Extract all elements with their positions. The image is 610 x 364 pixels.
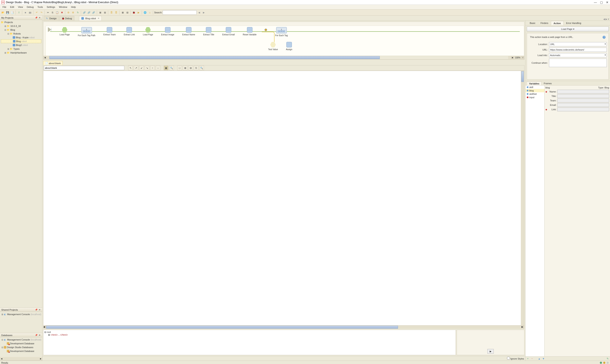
var-item-skill[interactable]: skill: [526, 86, 544, 89]
maximize-button[interactable]: ▢: [600, 1, 603, 4]
nav-btn-2[interactable]: ↗: [134, 65, 138, 70]
tab-nav-list-icon[interactable]: ▿: [608, 18, 609, 21]
scroll-left-icon[interactable]: ◀: [43, 56, 46, 59]
tab-frames[interactable]: Frames: [542, 81, 554, 85]
pin-icon[interactable]: 📌: [35, 16, 38, 19]
pause-icon[interactable]: ▮▮: [28, 10, 32, 15]
nav-btn-4[interactable]: ↘: [145, 65, 149, 70]
flow-extract-link[interactable]: Extract Link: [124, 27, 135, 36]
menu-help[interactable]: Help: [69, 5, 78, 9]
open-icon[interactable]: 📂: [1, 10, 5, 15]
tree-item-robot[interactable]: Blog - Kopie .robot: [1, 36, 41, 39]
flow-assign[interactable]: Assign: [286, 42, 292, 51]
save-icon[interactable]: 💾: [5, 10, 10, 15]
expander-icon[interactable]: ⊟: [4, 29, 7, 31]
nav-btn-6[interactable]: ↓: [156, 65, 160, 70]
location-dropdown[interactable]: URL: [549, 42, 607, 46]
tree-item-robot[interactable]: Blog2 .robot: [1, 43, 41, 47]
edit-var-icon[interactable]: ✎: [606, 357, 609, 360]
flow-junction[interactable]: [265, 27, 267, 32]
tree-item-devdb2[interactable]: Development Database: [1, 349, 41, 353]
move-up-icon[interactable]: ▲: [538, 357, 541, 360]
link3-icon[interactable]: 🔗: [92, 10, 96, 15]
field-link[interactable]: [557, 107, 609, 111]
expander-icon[interactable]: ⊞: [4, 25, 7, 27]
menu-settings[interactable]: Settings: [45, 5, 57, 9]
expander-icon[interactable]: ⊞: [4, 52, 7, 54]
nav-btn-sq[interactable]: □: [177, 65, 182, 70]
play-button[interactable]: ▶: [487, 349, 494, 354]
nav-btn-search[interactable]: 🔍: [199, 65, 204, 70]
grid-icon[interactable]: ⊞: [98, 10, 102, 15]
menu-window[interactable]: Window: [57, 5, 69, 9]
search-input[interactable]: [163, 10, 197, 15]
flow-extract-team[interactable]: Extract Team: [103, 27, 116, 36]
help-icon[interactable]: ?: [603, 36, 606, 39]
db2-icon[interactable]: 🗄: [114, 10, 118, 15]
link-icon[interactable]: 🔗: [82, 10, 86, 15]
var-item-skillset[interactable]: skillSet: [526, 92, 544, 96]
tree-item-robot-selected[interactable]: Blog .robot: [1, 39, 41, 43]
run-icon[interactable]: ▶: [136, 10, 141, 15]
nav-btn-minus[interactable]: ⊟: [188, 65, 193, 70]
field-email[interactable]: [557, 103, 609, 107]
url-field[interactable]: [44, 66, 124, 70]
continue-textarea[interactable]: [549, 59, 607, 67]
flow-extract-image[interactable]: Extract Image: [161, 27, 174, 36]
nav-btn-select[interactable]: ▦: [164, 65, 168, 70]
copy-icon[interactable]: ⎘: [50, 10, 55, 15]
browser-hscroll[interactable]: [46, 325, 521, 329]
tree-item[interactable]: ⊞ 📁 10.0.3_18: [1, 24, 41, 28]
tab-design[interactable]: ✎ Design: [44, 16, 59, 21]
close-button[interactable]: ✕: [606, 1, 609, 4]
tab-debug[interactable]: 🐞 Debug: [59, 16, 74, 21]
expander-icon[interactable]: ⊟: [7, 33, 10, 35]
undo-icon[interactable]: ↶: [35, 10, 39, 15]
tree-item-hardy[interactable]: ⊞ 📁 HardyHardware: [1, 51, 41, 55]
move-down-icon[interactable]: ▼: [542, 357, 545, 360]
pin-icon[interactable]: 📌: [35, 334, 38, 337]
delete-icon[interactable]: ✖: [60, 10, 64, 15]
flow-extract-name[interactable]: Extract Name: [182, 27, 195, 36]
tree-item-mgmt[interactable]: ⊞ ◐ Management Console (localhost): [1, 312, 41, 316]
redo-icon[interactable]: ↷: [39, 10, 43, 15]
flow-reset-variable[interactable]: Reset Variable: [243, 27, 257, 36]
loadinto-dropdown[interactable]: Automatic: [549, 53, 607, 57]
var-item-blog[interactable]: blog: [526, 89, 544, 92]
expander-icon[interactable]: ⊞: [7, 48, 10, 50]
close-panel-icon[interactable]: ✕: [38, 334, 41, 337]
minimize-button[interactable]: —: [594, 1, 597, 4]
tab-error-handling[interactable]: Error Handling: [564, 21, 584, 25]
tree-item-mgmt-db[interactable]: ⊟ ◐ Management Console (localhost): [1, 338, 41, 342]
var-item-input[interactable]: input: [526, 96, 544, 99]
nav-btn-5[interactable]: ↑: [150, 65, 155, 70]
menu-debug[interactable]: Debug: [25, 5, 35, 9]
tab-nav-prev-icon[interactable]: ◀: [603, 18, 605, 21]
save-all-icon[interactable]: 📑: [10, 10, 14, 15]
close-panel-icon[interactable]: ✕: [38, 16, 41, 19]
field-name[interactable]: [557, 90, 609, 93]
flow-extract-email[interactable]: Extract Email: [222, 27, 235, 36]
gear2-icon[interactable]: ⚙: [71, 10, 75, 15]
menu-tools[interactable]: Tools: [36, 5, 45, 9]
stop-icon[interactable]: ■: [23, 10, 27, 15]
zoom-menu-icon[interactable]: ▿: [521, 56, 524, 59]
menu-view[interactable]: View: [16, 5, 25, 9]
action-type-dropdown[interactable]: Load Page ▾: [527, 27, 609, 31]
scroll-right-icon[interactable]: ▶: [521, 325, 524, 329]
scroll-right-icon[interactable]: ▶: [39, 357, 42, 360]
tab-blog-robot[interactable]: Blog.robot ✕: [79, 16, 102, 21]
field-team[interactable]: [557, 99, 609, 103]
tree-item-blog[interactable]: ⊟ 📁 Blog: [1, 28, 41, 32]
pin-icon[interactable]: 📌: [35, 309, 38, 311]
nav-btn-plus[interactable]: ⊞: [183, 65, 188, 70]
flow-start[interactable]: [48, 27, 52, 33]
menu-file[interactable]: File: [1, 5, 8, 9]
add-icon[interactable]: ⊞: [121, 10, 125, 15]
close-tab-icon[interactable]: ✕: [98, 17, 99, 19]
flow-load-page[interactable]: Load Page: [59, 27, 70, 36]
db-icon[interactable]: 🗄: [109, 10, 113, 15]
remove-icon[interactable]: ⊟: [125, 10, 129, 15]
scroll-left-icon[interactable]: ◀: [0, 357, 3, 360]
tab-nav-next-icon[interactable]: ▶: [606, 18, 607, 21]
